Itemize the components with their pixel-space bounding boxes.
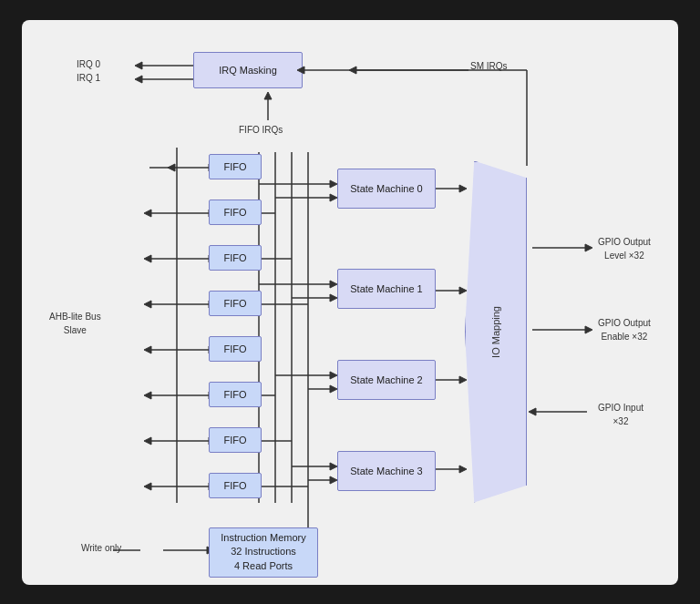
svg-marker-5 bbox=[168, 164, 175, 171]
irq-masking-box: IRQ Masking bbox=[193, 52, 303, 88]
svg-marker-47 bbox=[330, 180, 337, 188]
svg-marker-67 bbox=[459, 376, 467, 384]
svg-marker-81 bbox=[135, 76, 142, 83]
sm3-box: State Machine 3 bbox=[337, 451, 436, 491]
svg-marker-71 bbox=[585, 244, 592, 251]
sm0-box: State Machine 0 bbox=[337, 169, 436, 209]
sm1-box: State Machine 1 bbox=[337, 269, 436, 309]
fifo-3-box: FIFO bbox=[209, 291, 262, 316]
svg-marker-51 bbox=[330, 281, 337, 288]
svg-marker-75 bbox=[529, 408, 536, 415]
fifo-6-box: FIFO bbox=[209, 427, 262, 453]
fifo-0-box: FIFO bbox=[209, 154, 262, 179]
write-only-label: Write only bbox=[81, 543, 121, 553]
fifo-1-box: FIFO bbox=[209, 200, 262, 225]
diagram-container: IRQ Masking FIFO FIFO FIFO FIFO FIFO FIF… bbox=[22, 20, 678, 585]
svg-marker-25 bbox=[144, 392, 151, 399]
fifo-4-box: FIFO bbox=[209, 336, 262, 362]
svg-marker-65 bbox=[459, 287, 467, 294]
gpio-output-enable-label: GPIO Output Enable ×32 bbox=[598, 316, 651, 343]
svg-marker-29 bbox=[144, 437, 151, 445]
svg-marker-61 bbox=[330, 476, 337, 484]
instruction-memory-box: Instruction Memory 32 Instructions 4 Rea… bbox=[209, 527, 318, 578]
svg-marker-49 bbox=[330, 194, 337, 201]
gpio-input-label: GPIO Input ×32 bbox=[598, 401, 643, 428]
svg-marker-33 bbox=[144, 483, 151, 490]
svg-marker-73 bbox=[585, 326, 592, 333]
svg-marker-53 bbox=[330, 294, 337, 302]
svg-marker-9 bbox=[144, 210, 151, 217]
svg-marker-59 bbox=[330, 463, 337, 470]
fifo-irqs-label: FIFO IRQs bbox=[239, 125, 283, 135]
fifo-7-box: FIFO bbox=[209, 473, 262, 498]
irq1-label: IRQ 1 bbox=[77, 73, 100, 83]
svg-marker-13 bbox=[144, 255, 151, 262]
ahb-bus-label: AHB-lite Bus Slave bbox=[49, 310, 101, 337]
svg-marker-79 bbox=[135, 62, 142, 69]
svg-marker-69 bbox=[459, 466, 467, 473]
svg-marker-83 bbox=[264, 92, 272, 99]
svg-marker-21 bbox=[144, 346, 151, 353]
svg-marker-57 bbox=[330, 385, 337, 393]
irq-masking-label: IRQ Masking bbox=[219, 65, 277, 76]
svg-marker-63 bbox=[459, 185, 467, 192]
io-mapping-box: IO Mapping bbox=[465, 161, 527, 503]
sm-irqs-label: SM IRQs bbox=[470, 61, 508, 71]
svg-marker-17 bbox=[144, 301, 151, 308]
svg-marker-77 bbox=[349, 67, 356, 74]
fifo-5-box: FIFO bbox=[209, 382, 262, 407]
gpio-output-level-label: GPIO Output Level ×32 bbox=[598, 235, 651, 262]
svg-marker-55 bbox=[330, 372, 337, 379]
fifo-2-box: FIFO bbox=[209, 245, 262, 271]
irq0-label: IRQ 0 bbox=[77, 59, 100, 69]
sm2-box: State Machine 2 bbox=[337, 360, 436, 400]
